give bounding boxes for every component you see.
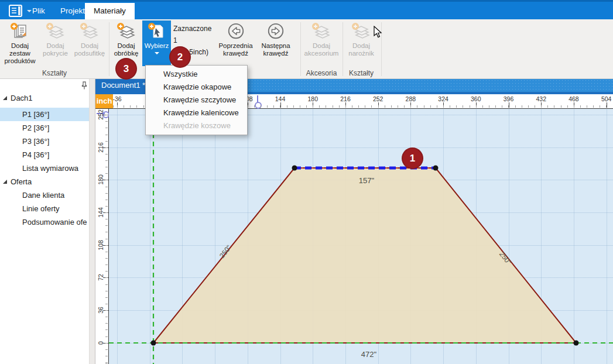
add-covering-icon bbox=[46, 22, 66, 41]
next-edge-button[interactable]: Następna krawędź bbox=[257, 20, 294, 66]
add-corner-label: Dodaj narożnik bbox=[344, 42, 378, 57]
h-ruler-tick bbox=[410, 102, 411, 108]
group-separator bbox=[381, 22, 382, 76]
group-label-ksztalty-2: Kształty bbox=[343, 68, 379, 78]
add-flashing-label: Dodaj obróbkę bbox=[111, 42, 142, 57]
tree-item-podsumowanie-oferty[interactable]: Podsumowanie ofe bbox=[0, 215, 89, 229]
h-ruler-tick bbox=[607, 102, 607, 108]
group-label-akcesoria: Akcesoria bbox=[301, 68, 342, 78]
tree-expander-icon[interactable] bbox=[3, 180, 7, 184]
h-ruler-tick bbox=[443, 102, 444, 108]
tree-item-label: P2 [36°] bbox=[22, 121, 49, 135]
h-ruler-tick bbox=[280, 102, 281, 108]
add-accessory-label: Dodaj akcesorium bbox=[302, 42, 341, 57]
add-corner-icon bbox=[351, 22, 371, 41]
menu-item-krawedzie-okapowe[interactable]: Krawędzie okapowe bbox=[146, 81, 247, 94]
vertex-handle[interactable] bbox=[151, 341, 156, 346]
pin-icon[interactable] bbox=[81, 81, 88, 90]
v-ruler-tick-label: 72 bbox=[97, 272, 105, 283]
h-ruler-tick bbox=[117, 102, 118, 108]
tree-item-label: Dane klienta bbox=[22, 188, 64, 202]
roof-panel-drawing: 157" 472" 250" 250" bbox=[109, 109, 613, 364]
tab-plik[interactable]: Plik bbox=[23, 3, 54, 19]
measurement-top: 157" bbox=[359, 176, 375, 185]
title-bar: Plik Projekt Materiały bbox=[0, 0, 613, 19]
tree-item-label: P1 [36°] bbox=[22, 108, 49, 121]
project-tree-panel: Dach1 P1 [36°] P2 [36°] P3 [36°] P4 [36°… bbox=[0, 79, 89, 364]
h-ruler-tick bbox=[541, 102, 542, 108]
v-ruler-tick-label: 216 bbox=[97, 142, 105, 153]
previous-edge-button[interactable]: Poprzednia krawędź bbox=[215, 20, 256, 66]
h-ruler-tick-label: 144 bbox=[272, 95, 289, 102]
h-ruler-tick-label: 432 bbox=[532, 95, 550, 102]
tree-item-dach1[interactable]: Dach1 bbox=[0, 91, 89, 105]
select-icon bbox=[147, 22, 167, 41]
add-soffit-icon bbox=[80, 22, 100, 41]
select-dropdown-menu: Wszystkie Krawędzie okapowe Krawędzie sz… bbox=[145, 65, 248, 135]
panel-splitter[interactable] bbox=[89, 79, 95, 364]
menu-item-krawedzie-kalenicowe[interactable]: Krawędzie kalenicowe bbox=[146, 107, 247, 119]
vertex-handle[interactable] bbox=[292, 166, 297, 171]
vertical-ruler: 25221618014410872360 bbox=[95, 109, 109, 364]
next-edge-icon bbox=[266, 22, 286, 41]
h-ruler-tick bbox=[313, 102, 313, 108]
v-ruler-tick-label: 144 bbox=[97, 207, 105, 218]
tree-item-p2[interactable]: P2 [36°] bbox=[0, 121, 89, 135]
add-covering-label: Dodaj pokrycie bbox=[39, 42, 71, 57]
tree-item-oferta[interactable]: Oferta bbox=[0, 175, 89, 188]
annotation-badge-1: 1 bbox=[402, 147, 423, 169]
ruler-unit-box[interactable]: inch bbox=[95, 94, 113, 108]
ruler-cursor-marker-x-circle bbox=[255, 102, 262, 109]
tree-item-label: Dach1 bbox=[11, 91, 33, 105]
v-ruler-tick-label: 36 bbox=[97, 305, 105, 315]
select-label: Wybierz bbox=[145, 42, 169, 50]
tree-item-p3[interactable]: P3 [36°] bbox=[0, 135, 89, 148]
tree-item-lista-wymiarowa[interactable]: Lista wymiarowa bbox=[0, 162, 89, 175]
drawing-canvas[interactable]: 157" 472" 250" 250" bbox=[109, 109, 613, 364]
h-ruler-tick-label: 252 bbox=[369, 95, 387, 102]
annotation-badge-2: 2 bbox=[169, 46, 191, 68]
previous-edge-label: Poprzednia krawędź bbox=[215, 42, 256, 57]
tab-materialy[interactable]: Materiały bbox=[85, 3, 135, 19]
h-ruler-tick-label: 504 bbox=[598, 95, 613, 102]
tree-expander-icon[interactable] bbox=[3, 96, 7, 100]
add-accessory-button: Dodaj akcesorium bbox=[302, 20, 341, 66]
content-row: 25221618014410872360 157" 472" 250" 250" bbox=[95, 109, 613, 364]
app-menu-icon[interactable] bbox=[8, 5, 25, 18]
h-ruler-tick-label: 396 bbox=[500, 95, 518, 102]
tree-item-label: P4 [36°] bbox=[22, 148, 49, 162]
h-ruler-tick-label: 216 bbox=[337, 95, 354, 102]
h-ruler-tick-label: 180 bbox=[304, 95, 321, 102]
add-covering-button: Dodaj pokrycie bbox=[39, 20, 71, 66]
document-tab[interactable]: Document1 * bbox=[95, 79, 151, 92]
menu-item-wszystkie[interactable]: Wszystkie bbox=[146, 68, 247, 81]
select-button[interactable]: Wybierz bbox=[142, 20, 171, 66]
previous-edge-icon bbox=[226, 22, 246, 41]
v-ruler-tick-label: 252 bbox=[97, 109, 105, 120]
group-label-ksztalty: Kształty bbox=[1, 68, 108, 78]
roof-panel-shape[interactable] bbox=[153, 168, 576, 343]
v-ruler-tick-label: 108 bbox=[97, 240, 105, 250]
select-dropdown-caret-icon[interactable] bbox=[155, 52, 159, 54]
add-soffit-button: Dodaj podsufitkę bbox=[72, 20, 107, 66]
menu-item-krawedzie-szczytowe[interactable]: Krawędzie szczytowe bbox=[146, 94, 247, 107]
add-product-set-label: Dodaj zestaw produktów bbox=[1, 42, 39, 65]
vertex-handle[interactable] bbox=[433, 166, 439, 171]
h-ruler-tick-label: 360 bbox=[467, 95, 485, 102]
h-ruler-tick-label: 324 bbox=[434, 95, 452, 102]
tree-item-label: Podsumowanie ofe bbox=[22, 215, 87, 229]
add-product-set-button[interactable]: Dodaj zestaw produktów bbox=[1, 20, 39, 66]
ribbon: Dodaj zestaw produktów Dodaj pokrycie bbox=[0, 19, 613, 79]
add-flashing-icon bbox=[117, 22, 136, 41]
next-edge-label: Następna krawędź bbox=[257, 42, 294, 57]
v-ruler-tick-label: 0 bbox=[97, 338, 105, 348]
tree-item-p1[interactable]: P1 [36°] bbox=[0, 108, 89, 121]
tree-item-label: Lista wymiarowa bbox=[22, 162, 78, 175]
vertex-handle[interactable] bbox=[574, 341, 579, 346]
selection-title: Zaznaczone bbox=[173, 23, 214, 35]
tree-item-linie-oferty[interactable]: Linie oferty bbox=[0, 202, 89, 215]
tree-item-dane-klienta[interactable]: Dane klienta bbox=[0, 188, 89, 202]
h-ruler-tick-label: 288 bbox=[402, 95, 419, 102]
tree-item-p4[interactable]: P4 [36°] bbox=[0, 148, 89, 162]
add-accessory-icon bbox=[311, 22, 331, 41]
